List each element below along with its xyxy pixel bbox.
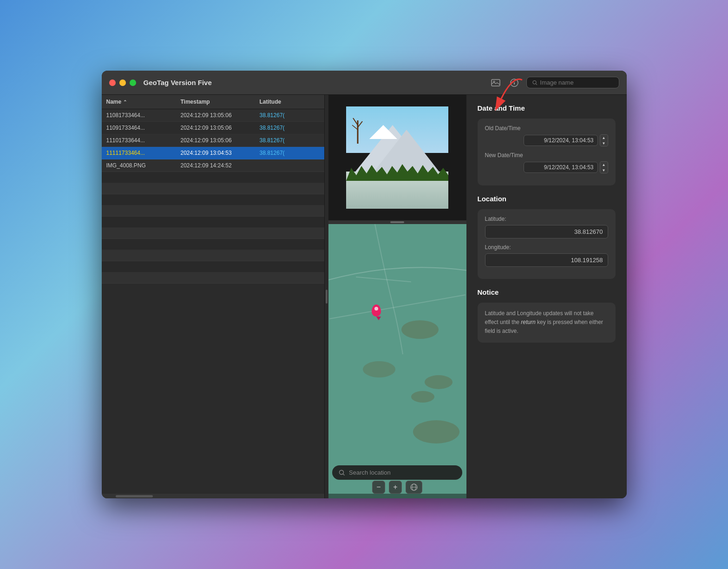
latitude-input[interactable]	[485, 225, 608, 238]
old-datetime-input[interactable]	[524, 135, 598, 146]
minimize-button[interactable]	[119, 79, 126, 86]
empty-row	[102, 239, 324, 250]
map-search-icon	[339, 470, 345, 476]
info-icon[interactable]	[508, 76, 521, 89]
svg-point-3	[514, 80, 515, 81]
new-datetime-input-row: ▲ ▼	[485, 161, 608, 173]
map-terrain	[413, 420, 459, 443]
table-row-selected[interactable]: 11111733464... 2024:12:09 13:04:53 38.81…	[102, 147, 324, 159]
new-datetime-stepper[interactable]: ▲ ▼	[600, 161, 608, 173]
notice-text: Latitude and Longitude updates will not …	[485, 309, 608, 336]
image-search[interactable]	[526, 77, 619, 88]
table-row[interactable]: 11091733464... 2024:12:09 13:05:06 38.81…	[102, 122, 324, 134]
photo-icon[interactable]	[489, 76, 502, 89]
horizontal-scrollbar[interactable]	[102, 494, 324, 498]
map-paths	[328, 224, 466, 498]
svg-line-11	[352, 125, 358, 130]
col-latitude-header: Latitude	[255, 98, 311, 106]
location-title: Location	[478, 195, 616, 203]
location-section: Location Latitude: Longitude:	[478, 195, 616, 279]
longitude-field: Longitude:	[485, 244, 608, 267]
empty-row	[102, 261, 324, 272]
close-button[interactable]	[109, 79, 116, 86]
photo-preview	[328, 95, 466, 220]
image-search-input[interactable]	[540, 79, 613, 86]
map-terrain	[411, 391, 434, 403]
empty-row	[102, 194, 324, 205]
new-datetime-field: New Date/Time ▲ ▼	[485, 152, 608, 173]
svg-line-13	[343, 474, 345, 475]
empty-row	[102, 272, 324, 284]
zoom-out-button[interactable]: −	[372, 481, 385, 494]
file-list-header: Name ⌃ Timestamp Latitude	[102, 95, 324, 109]
notice-title: Notice	[478, 288, 616, 296]
old-datetime-label: Old Date/Time	[485, 125, 608, 132]
svg-rect-0	[492, 79, 500, 86]
date-time-box: Old Date/Time ▲ ▼ New Date/Time	[478, 119, 616, 185]
stepper-down[interactable]: ▼	[600, 140, 608, 146]
empty-row	[102, 205, 324, 217]
preview-area: − +	[328, 95, 466, 498]
map-type-button[interactable]	[406, 481, 422, 494]
vertical-resize-handle[interactable]	[328, 220, 466, 224]
notice-box: Latitude and Longitude updates will not …	[478, 303, 616, 343]
stepper-down[interactable]: ▼	[600, 167, 608, 173]
old-datetime-stepper[interactable]: ▲ ▼	[600, 134, 608, 146]
file-rows: 11081733464... 2024:12:09 13:05:06 38.81…	[102, 109, 324, 494]
svg-rect-4	[514, 82, 515, 85]
svg-point-1	[493, 81, 495, 82]
stepper-up[interactable]: ▲	[600, 135, 608, 140]
traffic-lights	[109, 79, 136, 86]
date-time-section: Date and Time Old Date/Time ▲ ▼	[478, 104, 616, 185]
file-list: Name ⌃ Timestamp Latitude 11081733464...…	[102, 95, 324, 498]
divider-thumb	[390, 221, 404, 223]
map-terrain	[363, 361, 395, 377]
old-datetime-field: Old Date/Time ▲ ▼	[485, 125, 608, 146]
empty-row	[102, 172, 324, 183]
table-row[interactable]: IMG_4008.PNG 2024:12:09 14:24:52	[102, 159, 324, 172]
map-terrain	[401, 320, 439, 339]
new-datetime-label: New Date/Time	[485, 152, 608, 159]
titlebar-icons	[489, 76, 619, 89]
map-terrain	[425, 375, 453, 389]
maximize-button[interactable]	[130, 79, 136, 86]
map-bottom-strip	[328, 494, 466, 498]
empty-row	[102, 250, 324, 261]
empty-row	[102, 183, 324, 194]
zoom-in-button[interactable]: +	[389, 481, 402, 494]
resize-handle	[326, 290, 328, 304]
map-controls: − +	[372, 481, 422, 494]
photo-thumbnail	[346, 106, 448, 209]
svg-point-5	[532, 80, 536, 84]
svg-line-6	[536, 84, 537, 85]
map-search-input[interactable]	[349, 469, 456, 476]
latitude-field: Latitude:	[485, 216, 608, 238]
search-icon	[532, 80, 538, 86]
stepper-up[interactable]: ▲	[600, 162, 608, 167]
table-row[interactable]: 11081733464... 2024:12:09 13:05:06 38.81…	[102, 109, 324, 122]
vertical-divider[interactable]	[325, 95, 328, 498]
app-title: GeoTag Version Five	[144, 79, 485, 86]
latitude-label: Latitude:	[485, 216, 608, 222]
main-content: Name ⌃ Timestamp Latitude 11081733464...…	[102, 95, 627, 498]
notice-section: Notice Latitude and Longitude updates wi…	[478, 288, 616, 343]
map-pin	[372, 304, 381, 320]
new-datetime-input[interactable]	[524, 162, 598, 173]
old-datetime-input-row: ▲ ▼	[485, 134, 608, 146]
col-timestamp-header: Timestamp	[176, 98, 255, 106]
map-area[interactable]: − +	[328, 224, 466, 498]
left-panel: Name ⌃ Timestamp Latitude 11081733464...…	[102, 95, 325, 498]
table-row[interactable]: 11101733644... 2024:12:09 13:05:06 38.81…	[102, 134, 324, 147]
empty-row	[102, 228, 324, 239]
right-panel: Date and Time Old Date/Time ▲ ▼	[466, 95, 627, 498]
empty-row	[102, 217, 324, 228]
location-box: Latitude: Longitude:	[478, 209, 616, 279]
scroll-thumb	[116, 495, 153, 497]
map-background: − +	[328, 224, 466, 498]
date-time-title: Date and Time	[478, 104, 616, 112]
longitude-input[interactable]	[485, 253, 608, 267]
titlebar: GeoTag Version Five	[102, 71, 627, 95]
longitude-label: Longitude:	[485, 244, 608, 251]
map-search-bar[interactable]	[332, 465, 462, 480]
svg-point-12	[340, 470, 344, 474]
